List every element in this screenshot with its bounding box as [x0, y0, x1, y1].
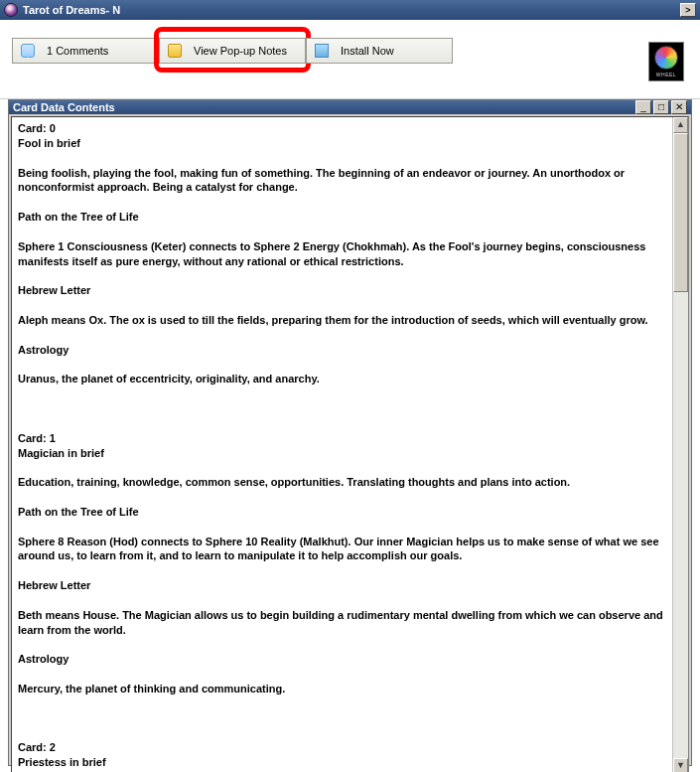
card-data-window: Card Data Contents _ □ ✕ Card: 0 Fool in… — [8, 99, 692, 766]
view-popup-notes-button[interactable]: View Pop-up Notes — [159, 38, 306, 64]
install-icon — [315, 44, 329, 58]
scroll-down-button[interactable]: ▼ — [673, 758, 688, 772]
install-now-button[interactable]: Install Now — [306, 38, 453, 64]
minimize-button[interactable]: _ — [635, 100, 651, 114]
popup-notes-highlight: View Pop-up Notes — [159, 38, 306, 64]
comments-button[interactable]: 1 Comments — [12, 38, 159, 64]
outer-scroll-right-button[interactable]: > — [680, 3, 696, 17]
comment-icon — [21, 44, 35, 58]
folder-icon — [168, 44, 182, 58]
scroll-thumb[interactable] — [673, 133, 688, 292]
inner-titlebar: Card Data Contents _ □ ✕ — [9, 100, 691, 114]
install-label: Install Now — [341, 45, 394, 57]
toolbar: 1 Comments View Pop-up Notes Install Now… — [0, 20, 700, 99]
outer-titlebar: Tarot of Dreams- N > — [0, 0, 700, 20]
inner-title: Card Data Contents — [13, 101, 115, 113]
scroll-track[interactable] — [673, 133, 688, 758]
vertical-scrollbar[interactable]: ▲ ▼ — [672, 117, 688, 772]
close-button[interactable]: ✕ — [671, 100, 687, 114]
wheel-label: WHEEL — [656, 72, 676, 77]
popup-notes-label: View Pop-up Notes — [194, 45, 287, 57]
card-data-text: Card: 0 Fool in brief Being foolish, pla… — [12, 117, 672, 772]
outer-title: Tarot of Dreams- N — [23, 4, 120, 16]
wheel-logo: WHEEL — [648, 42, 684, 81]
wheel-icon — [654, 46, 678, 70]
scroll-up-button[interactable]: ▲ — [673, 117, 688, 133]
comments-label: 1 Comments — [47, 45, 108, 57]
maximize-button[interactable]: □ — [653, 100, 669, 114]
content-frame: Card: 0 Fool in brief Being foolish, pla… — [11, 116, 689, 772]
app-icon — [4, 3, 18, 17]
